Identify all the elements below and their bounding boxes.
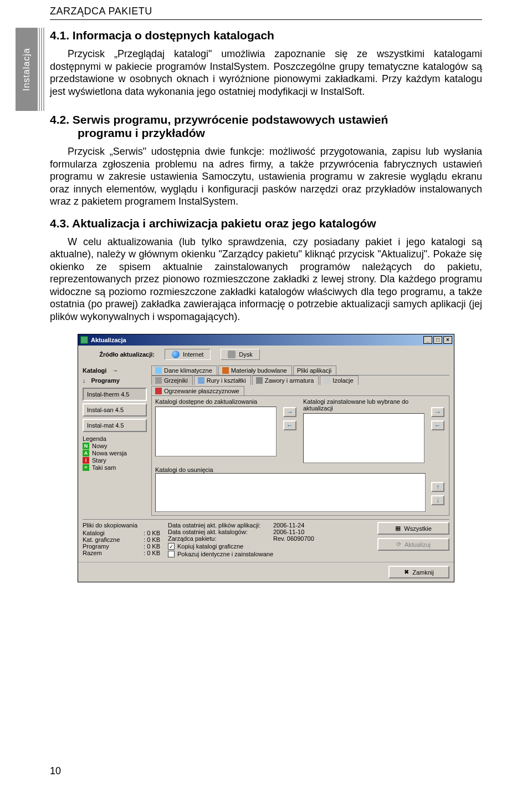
remove-down-button[interactable]: ↓ (431, 495, 444, 505)
tab-pipes[interactable]: Rury i kształtki (194, 375, 251, 385)
tab-floor-heating[interactable]: Ogrzewanie płaszczyznowe (151, 386, 244, 395)
section-4-1-title: 4.1. Informacja o dostępnych katalogach (50, 29, 482, 42)
maximize-button[interactable]: □ (433, 336, 442, 344)
close-icon: ✖ (404, 568, 409, 576)
tab-building-materials[interactable]: Materiały budowlane (218, 365, 292, 375)
move-left-button[interactable]: ← (283, 420, 296, 430)
minimize-button[interactable]: _ (423, 336, 432, 344)
section-4-3-paragraph: W celu aktualizowania (lub tylko sprawdz… (50, 236, 482, 323)
checkbox-icon: ✓ (168, 543, 175, 550)
catalog-tabs-row1: Dane klimatyczne Materiały budowlane Pli… (151, 365, 449, 375)
program-tab-instal-therm[interactable]: Instal-therm 4.5 (83, 388, 147, 401)
installed-catalogs-header: Katalogi zainstalowane lub wybrane do ak… (303, 398, 424, 412)
programs-row-label: Programy (83, 375, 151, 385)
page-number: 10 (50, 765, 61, 777)
arrow-right-icon: → (434, 409, 441, 415)
checkbox-copy-graphic[interactable]: ✓Kopiuj katalogi graficzne (168, 543, 370, 550)
catalog-tabs-row2: Grzejniki Rury i kształtki Zawory i arma… (151, 375, 449, 396)
update-dialog: Aktualizacja _ □ × Źródło aktualizacji: … (78, 334, 454, 582)
files-to-copy: Pliki do skopiowania Katalogi: 0 KB Kat.… (83, 522, 160, 556)
dialog-titlebar[interactable]: Aktualizacja _ □ × (78, 334, 454, 346)
section-4-1-paragraph: Przycisk „Przeglądaj katalogi" umożliwia… (50, 48, 482, 98)
info-col: Data ostatniej akt. plików aplikacji:200… (168, 522, 370, 557)
update-button[interactable]: ⟳Aktualizuj (377, 538, 449, 551)
arrow-left-icon: ← (287, 422, 293, 429)
source-internet-label: Internet (183, 351, 203, 358)
remove-catalogs-header: Katalogi do usunięcia (155, 466, 446, 473)
floor-heating-icon (155, 388, 162, 394)
legend-badge-new-icon: N (83, 443, 89, 449)
checkbox-show-identical[interactable]: Pokazuj identyczne i zainstalowane (168, 551, 370, 557)
legend-item-new: NNowy (83, 443, 151, 449)
sidebar-decoration (39, 28, 45, 111)
remove-catalogs-list[interactable] (155, 473, 426, 512)
info-app-date: Data ostatniej akt. plików aplikacji:200… (168, 522, 370, 529)
legend: Legenda NNowy ANowa wersja !Stary =Taki … (83, 435, 151, 471)
select-all-button[interactable]: ▦Wszystkie (377, 522, 449, 535)
tab-app-files[interactable]: Pliki aplikacji (293, 365, 336, 375)
checkbox-icon (168, 551, 175, 557)
tab-radiators[interactable]: Grzejniki (151, 375, 193, 385)
tab-climate-data[interactable]: Dane klimatyczne (151, 365, 217, 375)
tab-insulation[interactable]: Izolacje (320, 375, 358, 385)
select-all-icon: ▦ (395, 525, 401, 532)
files-row-programy: Programy: 0 KB (83, 543, 160, 550)
section-4-2-title-line2: programu i przykładów (78, 126, 205, 139)
header-rule (50, 19, 482, 20)
close-button[interactable]: × (443, 336, 452, 344)
move-left-button-2[interactable]: ← (431, 420, 444, 430)
legend-title: Legenda (83, 435, 151, 442)
legend-badge-same-icon: = (83, 464, 89, 471)
snowflake-icon (155, 367, 162, 374)
radiator-icon (155, 377, 162, 384)
info-cat-date: Data ostatniej akt. katalogów:2006-11-10 (168, 529, 370, 535)
legend-badge-newver-icon: A (83, 450, 89, 456)
section-4-3-title: 4.3. Aktualizacja i archiwizacja pakietu… (50, 217, 482, 230)
brick-icon (222, 367, 229, 374)
globe-icon (172, 351, 180, 358)
dialog-title-icon (80, 336, 88, 344)
available-catalogs-header: Katalogi dostępne do zaktualizowania (155, 398, 277, 405)
source-disk-button[interactable]: Dysk (221, 349, 259, 360)
legend-item-newver: ANowa wersja (83, 450, 151, 456)
source-label: Źródło aktualizacji: (83, 351, 155, 358)
info-rev: Zarządca pakietu:Rev. 06090700 (168, 535, 370, 542)
remove-up-button[interactable]: ↑ (431, 482, 444, 492)
files-row-razem: Razem: 0 KB (83, 550, 160, 556)
tab-valves[interactable]: Zawory i armatura (252, 375, 319, 385)
pipe-icon (198, 377, 204, 384)
source-disk-label: Dysk (239, 351, 252, 358)
files-row-katgraf: Kat. graficzne: 0 KB (83, 536, 160, 543)
close-dialog-button[interactable]: ✖Zamknij (388, 566, 449, 578)
section-4-2-title: 4.2. Serwis programu, przywrócenie podst… (50, 113, 482, 140)
catalogs-row-label: Katalogi (83, 365, 151, 375)
disk-icon (228, 351, 236, 358)
refresh-icon: ⟳ (396, 541, 401, 548)
section-4-2-paragraph: Przycisk „Serwis" udostępnia dwie funkcj… (50, 145, 482, 208)
files-header: Pliki do skopiowania (83, 522, 160, 529)
move-right-button[interactable]: → (283, 407, 296, 417)
move-right-button-2[interactable]: → (431, 407, 444, 417)
valve-icon (256, 377, 263, 384)
page-header: ZARZĄDCA PAKIETU (50, 6, 482, 17)
legend-badge-old-icon: ! (83, 457, 89, 464)
sidebar-tab-installation: Instalacja (16, 28, 38, 111)
legend-item-old: !Stary (83, 457, 151, 464)
installed-catalogs-list[interactable] (303, 413, 424, 463)
arrow-left-icon: ← (434, 422, 441, 429)
available-catalogs-list[interactable] (155, 407, 277, 456)
files-row-katalogi: Katalogi: 0 KB (83, 530, 160, 536)
arrow-right-icon: → (287, 409, 293, 415)
section-4-2-title-line1: 4.2. Serwis programu, przywrócenie podst… (50, 113, 388, 126)
program-tab-instal-san[interactable]: Instal-san 4.5 (83, 403, 147, 417)
source-internet-button[interactable]: Internet (165, 349, 211, 360)
arrow-up-icon: ↑ (436, 484, 439, 490)
legend-item-same: =Taki sam (83, 464, 151, 471)
program-tab-instal-mat[interactable]: Instal-mat 4.5 (83, 419, 147, 432)
arrow-down-icon: ↓ (436, 497, 439, 504)
dialog-title: Aktualizacja (91, 337, 126, 343)
insulation-icon (324, 377, 330, 384)
